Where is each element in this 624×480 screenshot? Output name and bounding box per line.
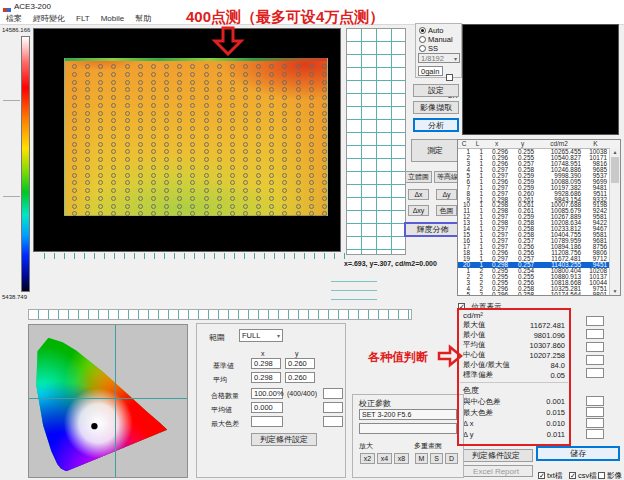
range-select[interactable]: FULL ▾ <box>239 329 283 342</box>
save-button[interactable]: 儲存 <box>536 446 620 461</box>
mean-field[interactable]: 0.000 <box>251 402 283 413</box>
color-map-button[interactable]: 色圖 <box>436 205 457 216</box>
stat-label: 最小值 <box>463 330 486 340</box>
measure-button[interactable]: 測定 <box>411 139 459 162</box>
measure-point <box>282 165 287 170</box>
shutter-value: 1/8192 <box>421 54 444 63</box>
menu-item-經時變化[interactable]: 經時變化 <box>33 13 65 24</box>
measure-point <box>296 80 301 85</box>
measure-point <box>282 157 287 162</box>
settings-button[interactable]: 設定 <box>413 84 459 97</box>
calib-param-field[interactable]: SET 3-200 F5.6 <box>359 409 457 420</box>
position-display-box[interactable] <box>458 303 465 310</box>
delta-y-button[interactable]: Δy <box>436 189 457 200</box>
measure-point <box>85 180 90 185</box>
zoom-x4-button[interactable]: x4 <box>377 453 392 464</box>
radio-ss[interactable]: SS <box>419 44 438 53</box>
measure-point <box>138 165 143 170</box>
capture-button[interactable]: 影像擷取 <box>413 101 459 114</box>
dr-checkbox-box[interactable] <box>446 74 453 81</box>
pass-field[interactable]: 100.00% <box>251 388 283 399</box>
menu-item-檔案[interactable]: 檔案 <box>6 13 22 24</box>
txt-file-checkbox[interactable]: txt檔 <box>538 466 562 480</box>
measure-point <box>296 173 301 178</box>
table-row[interactable]: 520.2960.25810174.5649801 <box>458 292 620 297</box>
csv-checkbox-box[interactable] <box>569 472 576 479</box>
stat-label: 中心值 <box>463 350 486 360</box>
measure-point <box>98 64 103 69</box>
measure-point <box>72 118 77 123</box>
measure-point <box>72 80 77 85</box>
multi-s-button[interactable]: S <box>430 453 443 464</box>
gain-input[interactable]: 0gain <box>418 66 443 76</box>
menu-item-Mobile[interactable]: Mobile <box>101 14 125 23</box>
image-checkbox-box[interactable] <box>598 472 605 479</box>
measure-point <box>269 64 274 69</box>
luminance-dist-button[interactable]: 輝度分佈 <box>404 222 461 237</box>
stat-value: 84.0 <box>550 361 565 370</box>
measure-point <box>217 196 222 201</box>
calib-title: 校正參數 <box>359 398 391 409</box>
measure-point <box>322 180 327 185</box>
measure-point <box>98 111 103 116</box>
radio-manual-dot[interactable] <box>419 36 426 43</box>
scroll-down-icon[interactable]: ▼ <box>610 287 620 295</box>
delta-xy-button[interactable]: Δxy <box>408 205 429 216</box>
measure-point <box>138 180 143 185</box>
zoom-x8-button[interactable]: x8 <box>394 453 409 464</box>
zoom-x2-button[interactable]: x2 <box>360 453 375 464</box>
radio-auto[interactable]: Auto <box>419 26 443 35</box>
luminance-map[interactable] <box>64 58 328 216</box>
chroma-judge-box <box>586 418 604 428</box>
radio-manual[interactable]: Manual <box>419 35 453 44</box>
maxdiff-field[interactable] <box>251 416 283 427</box>
avg-x-field[interactable]: 0.298 <box>251 372 281 383</box>
measure-point <box>243 111 248 116</box>
measure-point <box>177 118 182 123</box>
judge-condition-button[interactable]: 判定條件設定 <box>459 449 533 462</box>
measure-point <box>256 64 261 69</box>
excel-report-button[interactable]: Excel Report <box>459 465 533 477</box>
ref-x-field[interactable]: 0.298 <box>251 358 281 369</box>
avg-y-field[interactable]: 0.260 <box>285 372 315 383</box>
range-judge-button[interactable]: 判定條件設定 <box>251 433 317 446</box>
txt-checkbox-box[interactable] <box>538 472 545 479</box>
multi-d-button[interactable]: D <box>445 453 458 464</box>
camera-preview[interactable] <box>462 24 619 135</box>
measure-point <box>85 80 90 85</box>
csv-file-checkbox[interactable]: csv檔 <box>569 466 597 480</box>
menu-item-FLT[interactable]: FLT <box>76 14 90 23</box>
measure-point <box>204 118 209 123</box>
table-scrollbar[interactable]: ▲ ▼ <box>609 148 620 295</box>
annotation-judge-text: 各种值判断 <box>368 349 428 366</box>
analyze-button[interactable]: 分析 <box>413 118 459 132</box>
view-3d-button[interactable]: 立體圖 <box>405 171 432 183</box>
measurement-table[interactable]: CLxycd/m2K 110.2960.25510265.45510038210… <box>457 139 621 296</box>
image-file-checkbox[interactable]: 影像檔 <box>598 466 624 480</box>
shutter-select[interactable]: 1/8192 ▾ <box>418 53 460 63</box>
measure-point <box>309 64 314 69</box>
measure-point <box>204 87 209 92</box>
stat-row-最大色差: 最大色差0.015 <box>463 407 565 418</box>
radio-auto-dot[interactable] <box>419 27 426 34</box>
ref-y-field[interactable]: 0.260 <box>285 358 315 369</box>
delta-x-button[interactable]: Δx <box>408 189 429 200</box>
measure-point <box>164 72 169 77</box>
measure-point <box>138 149 143 154</box>
scroll-up-icon[interactable]: ▲ <box>610 148 620 156</box>
stat-row-中心值: 中心值10207.258 <box>463 350 565 360</box>
measure-point <box>177 142 182 147</box>
radio-ss-dot[interactable] <box>419 45 426 52</box>
scroll-thumb[interactable] <box>611 157 619 183</box>
measure-point <box>151 188 156 193</box>
measure-point <box>204 188 209 193</box>
measure-point <box>256 188 261 193</box>
measure-point <box>125 173 130 178</box>
calib-param2-field[interactable] <box>359 423 457 434</box>
menu-item-幫助[interactable]: 幫助 <box>135 13 151 24</box>
multi-m-button[interactable]: M <box>415 453 428 464</box>
measurement-display[interactable] <box>33 28 341 252</box>
measure-point <box>296 72 301 77</box>
cie-diagram-panel[interactable] <box>28 324 188 478</box>
measure-point <box>217 211 222 216</box>
